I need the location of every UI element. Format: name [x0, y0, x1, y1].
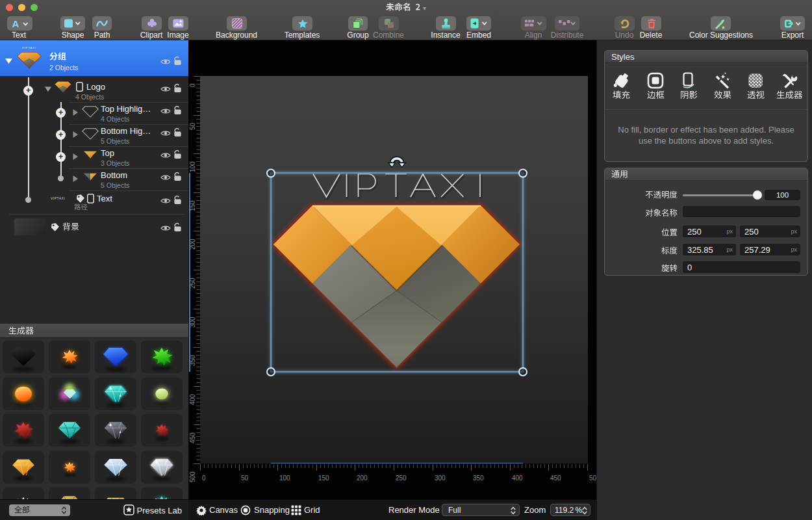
svg-text:A: A	[12, 19, 19, 29]
